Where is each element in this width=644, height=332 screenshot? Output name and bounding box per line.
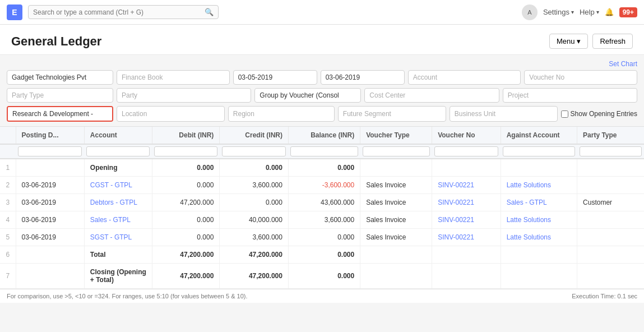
row-balance: 3,600.000	[288, 211, 360, 229]
ledger-table: Posting D... Account Debit (INR) Credit …	[0, 127, 644, 289]
location-filter[interactable]	[117, 106, 225, 122]
from-date-filter[interactable]	[233, 70, 317, 85]
row-against-account[interactable]: Sales - GTPL	[501, 194, 577, 211]
help-button[interactable]: Help ▾	[580, 8, 599, 16]
row-posting-date: 03-06-2019	[16, 194, 84, 211]
row-voucher-type: Sales Invoice	[360, 229, 432, 246]
row-against-account	[501, 264, 577, 289]
row-account: Opening	[84, 159, 152, 177]
party-filter[interactable]	[117, 88, 251, 103]
row-account[interactable]: Debtors - GTPL	[84, 194, 152, 211]
row-voucher-type	[360, 246, 432, 264]
row-credit: 0.000	[220, 159, 289, 177]
party-type-filter[interactable]	[7, 88, 113, 103]
row-credit: 40,000.000	[220, 211, 289, 229]
row-debit: 47,200.000	[152, 246, 219, 264]
row-voucher-no[interactable]: SINV-00221	[432, 211, 501, 229]
future-segment-filter[interactable]	[338, 106, 446, 122]
menu-button[interactable]: Menu ▾	[549, 34, 589, 49]
row-against-account	[501, 159, 577, 177]
col-filter-against-account[interactable]	[503, 146, 574, 156]
row-debit: 47,200.000	[152, 264, 219, 289]
row-credit: 47,200.000	[220, 264, 289, 289]
company-filter[interactable]	[7, 70, 113, 85]
group-by-filter[interactable]	[254, 88, 361, 103]
row-voucher-type: Sales Invoice	[360, 194, 432, 211]
search-input[interactable]	[33, 8, 205, 16]
row-voucher-no	[432, 264, 501, 289]
show-opening-entries-checkbox[interactable]	[561, 110, 568, 118]
project-filter[interactable]	[503, 88, 637, 103]
row-voucher-type: Sales Invoice	[360, 177, 432, 194]
col-account: Account	[84, 127, 152, 144]
row-debit: 0.000	[152, 177, 219, 194]
row-balance: 0.000	[288, 229, 360, 246]
row-party-type	[577, 159, 644, 177]
col-filter-party-type[interactable]	[580, 146, 642, 156]
set-chart-link[interactable]: Set Chart	[609, 60, 637, 68]
refresh-button[interactable]: Refresh	[592, 34, 633, 49]
row-debit: 47,200.000	[152, 194, 219, 211]
col-filter-posting-date[interactable]	[18, 146, 82, 156]
row-against-account[interactable]: Latte Solutions	[501, 211, 577, 229]
row-posting-date	[16, 246, 84, 264]
row-account[interactable]: CGST - GTPL	[84, 177, 152, 194]
row-voucher-no[interactable]: SINV-00221	[432, 194, 501, 211]
col-filter-balance[interactable]	[290, 146, 358, 156]
col-filter-debit[interactable]	[154, 146, 217, 156]
cost-center-highlight	[7, 106, 113, 122]
settings-caret: ▾	[571, 9, 574, 15]
row-party-type	[577, 177, 644, 194]
col-party-type: Party Type	[577, 127, 644, 144]
col-debit: Debit (INR)	[152, 127, 219, 144]
cost-center-selected-filter[interactable]	[8, 107, 112, 121]
row-voucher-no[interactable]: SINV-00221	[432, 177, 501, 194]
table-row: 1 Opening 0.000 0.000 0.000	[0, 159, 644, 177]
row-posting-date	[16, 159, 84, 177]
help-caret: ▾	[596, 9, 599, 15]
row-num: 2	[0, 177, 16, 194]
region-filter[interactable]	[228, 106, 335, 122]
col-filter-account[interactable]	[86, 146, 150, 156]
row-credit: 3,600.000	[220, 177, 289, 194]
page-title: General Ledger	[11, 34, 101, 49]
col-filter-voucher-type[interactable]	[363, 146, 430, 156]
account-filter[interactable]	[408, 70, 521, 85]
business-unit-filter[interactable]	[450, 106, 558, 122]
row-posting-date: 03-06-2019	[16, 229, 84, 246]
col-filter-credit[interactable]	[222, 146, 286, 156]
row-voucher-no[interactable]: SINV-00221	[432, 229, 501, 246]
search-bar[interactable]: 🔍	[28, 5, 219, 19]
row-against-account[interactable]: Latte Solutions	[501, 177, 577, 194]
cost-center-filter[interactable]	[364, 88, 499, 103]
col-posting-date: Posting D...	[16, 127, 84, 144]
row-account[interactable]: SGST - GTPL	[84, 229, 152, 246]
row-against-account[interactable]: Latte Solutions	[501, 229, 577, 246]
notifications-button[interactable]: 🔔	[605, 8, 614, 16]
execution-time: Execution Time: 0.1 sec	[572, 293, 637, 299]
page-header: General Ledger Menu ▾ Refresh	[0, 25, 644, 55]
row-balance: 0.000	[288, 246, 360, 264]
filter-row-3: Show Opening Entries	[7, 106, 637, 122]
settings-button[interactable]: Settings ▾	[543, 8, 574, 16]
col-against-account: Against Account	[501, 127, 577, 144]
row-account[interactable]: Sales - GTPL	[84, 211, 152, 229]
row-credit: 3,600.000	[220, 229, 289, 246]
to-date-filter[interactable]	[321, 70, 405, 85]
finance-book-filter[interactable]	[117, 70, 230, 85]
row-posting-date: 03-06-2019	[16, 211, 84, 229]
row-party-type: Customer	[577, 194, 644, 211]
row-credit: 0.000	[220, 194, 289, 211]
row-voucher-type	[360, 159, 432, 177]
col-filter-voucher-no[interactable]	[434, 146, 499, 156]
table-header-row: Posting D... Account Debit (INR) Credit …	[0, 127, 644, 144]
app-logo[interactable]: E	[7, 4, 22, 20]
row-voucher-no	[432, 159, 501, 177]
show-opening-entries-label[interactable]: Show Opening Entries	[561, 106, 637, 122]
row-voucher-type: Sales Invoice	[360, 211, 432, 229]
row-num: 7	[0, 264, 16, 289]
voucher-no-filter[interactable]	[524, 70, 637, 85]
navbar: E 🔍 A Settings ▾ Help ▾ 🔔 99+	[0, 0, 644, 25]
table-row: 7 Closing (Opening + Total) 47,200.000 4…	[0, 264, 644, 289]
row-balance: -3,600.000	[288, 177, 360, 194]
